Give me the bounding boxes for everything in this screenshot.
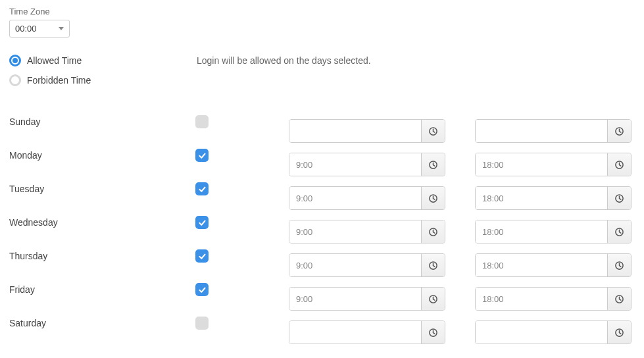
start-time-input-saturday[interactable] <box>289 321 421 344</box>
radio-unselected-icon <box>9 74 21 86</box>
start-time-input-sunday[interactable] <box>289 120 421 142</box>
end-time-input-saturday[interactable] <box>476 321 607 344</box>
radio-forbidden-time[interactable]: Forbidden Time <box>9 74 197 86</box>
day-label-monday: Monday <box>9 146 195 180</box>
day-label-tuesday: Tuesday <box>9 180 195 213</box>
end-time-input-tuesday[interactable] <box>476 187 607 209</box>
clock-icon[interactable] <box>607 187 631 209</box>
checkbox-tuesday[interactable] <box>195 182 209 195</box>
clock-icon[interactable] <box>607 288 631 310</box>
day-label-saturday: Saturday <box>9 314 195 347</box>
mode-description: Login will be allowed on the days select… <box>197 55 371 66</box>
clock-icon[interactable] <box>607 254 631 276</box>
clock-icon[interactable] <box>607 120 631 142</box>
day-label-wednesday: Wednesday <box>9 213 195 247</box>
end-time-input-sunday[interactable] <box>476 120 607 142</box>
radio-allowed-time[interactable]: Allowed Time <box>9 55 197 66</box>
checkbox-sunday[interactable] <box>195 115 209 128</box>
day-label-sunday: Sunday <box>9 113 195 146</box>
clock-icon[interactable] <box>421 220 445 243</box>
checkbox-friday[interactable] <box>195 283 209 296</box>
timezone-label: Time Zone <box>9 7 635 16</box>
end-time-input-wednesday[interactable] <box>476 220 607 243</box>
end-time-input-thursday[interactable] <box>476 254 607 276</box>
start-time-input-wednesday[interactable] <box>289 220 421 243</box>
day-label-friday: Friday <box>9 280 195 314</box>
clock-icon[interactable] <box>421 120 445 142</box>
start-time-input-monday[interactable] <box>289 153 421 176</box>
checkbox-wednesday[interactable] <box>195 216 209 229</box>
checkbox-monday[interactable] <box>195 149 209 162</box>
checkbox-thursday[interactable] <box>195 249 209 263</box>
clock-icon[interactable] <box>421 288 445 310</box>
radio-forbidden-label: Forbidden Time <box>27 75 91 86</box>
clock-icon[interactable] <box>421 254 445 276</box>
clock-icon[interactable] <box>421 187 445 209</box>
start-time-input-thursday[interactable] <box>289 254 421 276</box>
clock-icon[interactable] <box>607 321 631 344</box>
end-time-input-monday[interactable] <box>476 153 607 176</box>
clock-icon[interactable] <box>421 153 445 176</box>
start-time-input-tuesday[interactable] <box>289 187 421 209</box>
radio-allowed-label: Allowed Time <box>27 55 82 66</box>
timezone-select[interactable]: 00:00 <box>9 20 70 38</box>
clock-icon[interactable] <box>607 220 631 243</box>
end-time-input-friday[interactable] <box>476 288 607 310</box>
chevron-down-icon <box>59 27 64 30</box>
day-label-thursday: Thursday <box>9 247 195 280</box>
checkbox-saturday[interactable] <box>195 317 209 330</box>
timezone-value: 00:00 <box>15 24 37 34</box>
radio-selected-icon <box>9 55 21 66</box>
clock-icon[interactable] <box>607 153 631 176</box>
start-time-input-friday[interactable] <box>289 288 421 310</box>
clock-icon[interactable] <box>421 321 445 344</box>
